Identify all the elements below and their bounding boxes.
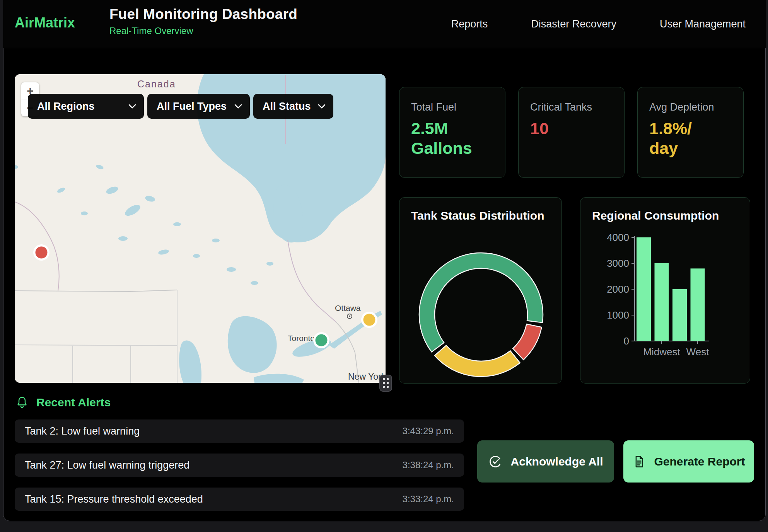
chevron-down-icon <box>128 104 136 109</box>
stat-value: 2.5M Gallons <box>411 119 493 158</box>
alert-message: Tank 2: Low fuel warning <box>25 425 140 437</box>
bar-0 <box>637 237 651 341</box>
stat-value: 1.8%/ day <box>649 119 732 158</box>
alert-timestamp: 3:33:24 p.m. <box>403 494 454 505</box>
alert-list: Tank 2: Low fuel warning3:43:29 p.m.Tank… <box>15 419 464 522</box>
recent-alerts-header: Recent Alerts <box>16 396 111 409</box>
resize-handle[interactable] <box>379 375 392 392</box>
page-title: Fuel Monitoring Dashboard <box>109 6 297 22</box>
stat-label: Avg Depletion <box>649 101 732 113</box>
nav-item-user-management[interactable]: User Management <box>660 18 746 30</box>
page-subtitle: Real-Time Overview <box>109 26 297 36</box>
map-panel[interactable]: Canada Ottawa Toronto New York + − All R… <box>15 74 386 383</box>
map-canvas[interactable]: Canada Ottawa Toronto New York <box>15 74 386 383</box>
donut-segment-warning <box>435 345 520 377</box>
generate-report-button[interactable]: Generate Report <box>623 440 754 483</box>
donut-segment-critical <box>513 324 541 360</box>
brand-logo: AirMatrix <box>15 15 75 31</box>
alert-message: Tank 15: Pressure threshold exceeded <box>25 493 203 505</box>
bar-2 <box>672 289 687 341</box>
filter-all-regions[interactable]: All Regions <box>28 94 144 119</box>
acknowledge-all-button[interactable]: Acknowledge All <box>477 440 614 483</box>
y-tick-label: 3000 <box>607 257 629 269</box>
map-filter-bar: All RegionsAll Fuel TypesAll Status <box>28 94 333 119</box>
alert-row-1[interactable]: Tank 27: Low fuel warning triggered3:38:… <box>15 454 464 477</box>
recent-alerts-title: Recent Alerts <box>36 396 111 409</box>
alert-row-2[interactable]: Tank 15: Pressure threshold exceeded3:33… <box>15 488 464 511</box>
map-label-toronto: Toronto <box>288 334 315 343</box>
top-bar: AirMatrix Fuel Monitoring Dashboard Real… <box>3 0 766 48</box>
tank-status-card: Tank Status Distribution <box>399 197 562 384</box>
bar-3 <box>691 268 705 341</box>
document-icon <box>632 455 645 468</box>
title-block: Fuel Monitoring Dashboard Real-Time Over… <box>109 6 297 36</box>
bar-1 <box>655 263 669 341</box>
alert-row-0[interactable]: Tank 2: Low fuel warning3:43:29 p.m. <box>15 419 464 443</box>
nav-item-disaster-recovery[interactable]: Disaster Recovery <box>531 18 616 30</box>
stat-value: 10 <box>530 119 613 138</box>
y-tick-label: 1000 <box>607 309 629 321</box>
ottawa-town-dot <box>349 315 350 317</box>
tank-marker-critical[interactable] <box>36 247 48 259</box>
filter-label: All Fuel Types <box>157 101 227 113</box>
donut-chart <box>399 198 562 384</box>
bell-icon <box>16 396 28 409</box>
map-label-ottawa: Ottawa <box>335 304 361 312</box>
alert-actions: Acknowledge All Generate Report <box>477 440 754 483</box>
map-label-canada: Canada <box>137 78 176 89</box>
chevron-down-icon <box>318 104 326 109</box>
acknowledge-all-label: Acknowledge All <box>511 455 603 468</box>
check-circle-icon <box>488 455 502 469</box>
filter-all-fuel-types[interactable]: All Fuel Types <box>147 94 250 119</box>
stat-label: Total Fuel <box>411 101 493 113</box>
dashboard-page: AirMatrix Fuel Monitoring Dashboard Real… <box>0 0 768 532</box>
y-tick-label: 2000 <box>607 283 629 295</box>
y-tick-label: 4000 <box>607 232 629 243</box>
generate-report-label: Generate Report <box>654 455 745 468</box>
filter-label: All Status <box>263 101 311 113</box>
top-nav: ReportsDisaster RecoveryUser Management <box>451 0 746 48</box>
x-tick-label-midwest: Midwest <box>643 346 680 358</box>
bar-chart: 01000200030004000MidwestWest <box>580 198 751 384</box>
alert-message: Tank 27: Low fuel warning triggered <box>25 459 189 471</box>
filter-label: All Regions <box>37 101 95 113</box>
nav-item-reports[interactable]: Reports <box>451 18 488 30</box>
stat-card-total-fuel: Total Fuel2.5M Gallons <box>399 87 505 178</box>
regional-consumption-card: Regional Consumption 01000200030004000Mi… <box>580 197 750 384</box>
chevron-down-icon <box>234 104 242 109</box>
y-tick-label: 0 <box>624 335 629 347</box>
filter-all-status[interactable]: All Status <box>253 94 333 119</box>
stat-cards-row: Total Fuel2.5M GallonsCritical Tanks10Av… <box>399 87 744 178</box>
x-tick-label-west: West <box>686 346 710 358</box>
tank-marker-warning[interactable] <box>364 314 375 326</box>
alert-timestamp: 3:43:29 p.m. <box>403 426 454 437</box>
stat-card-avg-depletion: Avg Depletion1.8%/ day <box>637 87 744 178</box>
tank-marker-normal[interactable] <box>316 334 328 346</box>
stat-card-critical-tanks: Critical Tanks10 <box>518 87 625 178</box>
alert-timestamp: 3:38:24 p.m. <box>403 460 454 471</box>
stat-label: Critical Tanks <box>530 101 613 113</box>
